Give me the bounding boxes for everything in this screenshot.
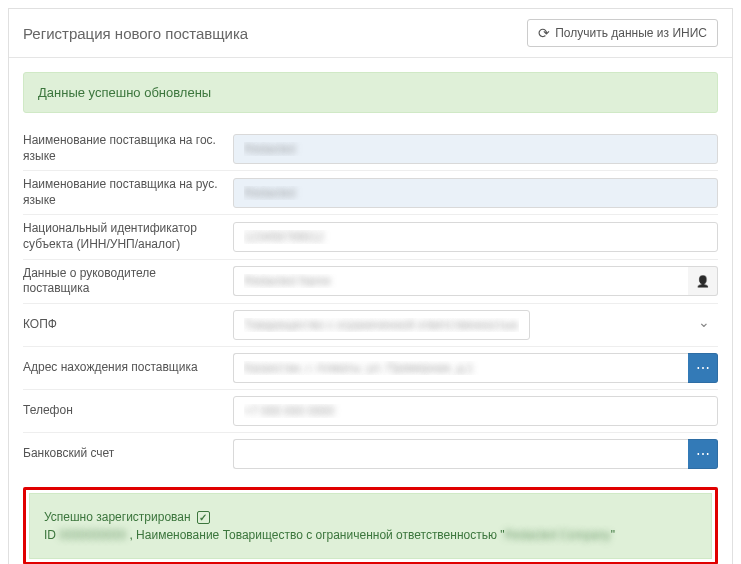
alert-updated: Данные успешно обновлены xyxy=(23,72,718,113)
result-company-name: Redacted Company xyxy=(505,528,611,542)
result-highlight: Успешно зарегистрирован ID 0000000000 , … xyxy=(23,487,718,564)
label-head: Данные о руководителе поставщика xyxy=(23,266,233,297)
label-name-gov: Наименование поставщика на гос. языке xyxy=(23,133,233,164)
page-title: Регистрация нового поставщика xyxy=(23,25,248,42)
label-phone: Телефон xyxy=(23,403,233,419)
input-address[interactable] xyxy=(233,353,688,383)
result-mid: , Наименование Товарищество с ограниченн… xyxy=(129,528,504,542)
user-icon-addon xyxy=(688,266,718,296)
input-bank[interactable] xyxy=(233,439,688,469)
input-head[interactable] xyxy=(233,266,688,296)
user-icon xyxy=(696,274,710,288)
label-nat-id: Национальный идентификатор субъекта (ИНН… xyxy=(23,221,233,252)
bank-more-button[interactable] xyxy=(688,439,718,469)
label-address: Адрес нахождения поставщика xyxy=(23,360,233,376)
address-more-button[interactable] xyxy=(688,353,718,383)
input-name-rus[interactable] xyxy=(233,178,718,208)
refresh-inis-button[interactable]: Получить данные из ИНИС xyxy=(527,19,718,47)
result-id-value: 0000000000 xyxy=(59,528,126,542)
input-nat-id[interactable] xyxy=(233,222,718,252)
result-line1: Успешно зарегистрирован xyxy=(44,510,191,524)
label-bank: Банковский счет xyxy=(23,446,233,462)
input-name-gov[interactable] xyxy=(233,134,718,164)
refresh-inis-label: Получить данные из ИНИС xyxy=(555,26,707,40)
dots-icon xyxy=(696,446,710,462)
refresh-icon xyxy=(538,25,550,41)
result-suffix: " xyxy=(611,528,615,542)
select-kopf[interactable]: Товарищество с ограниченной ответственно… xyxy=(233,310,530,340)
label-name-rus: Наименование поставщика на рус. языке xyxy=(23,177,233,208)
registration-result: Успешно зарегистрирован ID 0000000000 , … xyxy=(29,493,712,559)
check-icon xyxy=(197,511,210,524)
result-id-label: ID xyxy=(44,528,56,542)
input-phone[interactable] xyxy=(233,396,718,426)
label-kopf: КОПФ xyxy=(23,317,233,333)
dots-icon xyxy=(696,360,710,376)
